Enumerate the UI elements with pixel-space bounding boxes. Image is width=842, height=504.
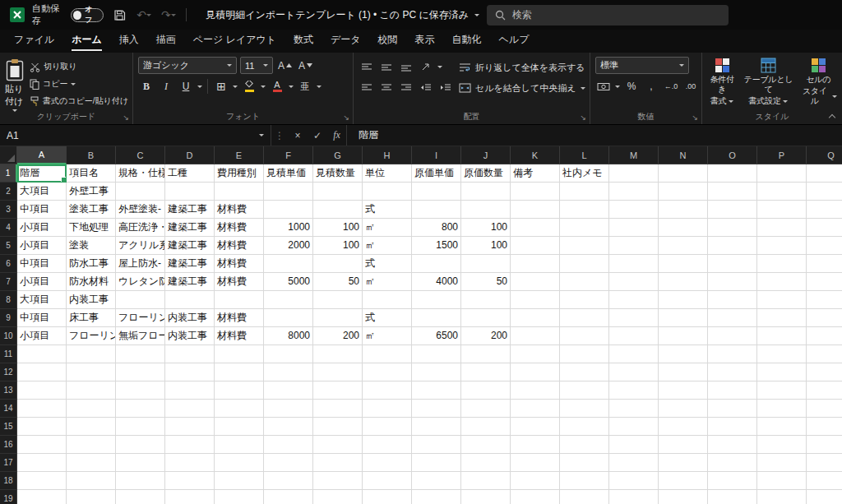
cell-Q14[interactable]: [807, 400, 842, 418]
cell-C13[interactable]: [116, 381, 165, 400]
tab-file[interactable]: ファイル: [6, 30, 62, 53]
cell-M9[interactable]: [609, 309, 659, 327]
cell-D16[interactable]: [165, 436, 215, 454]
cell-J4[interactable]: 100: [461, 219, 511, 237]
tab-ヘルプ[interactable]: ヘルプ: [491, 30, 538, 53]
cell-B15[interactable]: [67, 418, 116, 436]
orientation-button[interactable]: [418, 58, 434, 75]
cell-G2[interactable]: [313, 183, 363, 201]
row-header-6[interactable]: 6: [0, 255, 17, 273]
cell-B9[interactable]: 床工事: [67, 309, 116, 327]
underline-chevron-icon[interactable]: [197, 86, 202, 88]
cell-N2[interactable]: [659, 183, 708, 201]
cell-N14[interactable]: [659, 400, 708, 418]
row-header-16[interactable]: 16: [0, 436, 17, 454]
cell-A5[interactable]: 小項目: [17, 237, 67, 255]
cell-L17[interactable]: [560, 454, 609, 472]
cell-C1[interactable]: 規格・仕様: [116, 164, 165, 183]
cell-F17[interactable]: [264, 454, 313, 472]
column-header-F[interactable]: F: [264, 146, 313, 164]
cell-B19[interactable]: [67, 490, 116, 504]
column-header-N[interactable]: N: [659, 146, 708, 164]
cell-E13[interactable]: [215, 381, 264, 400]
cell-I12[interactable]: [412, 363, 461, 381]
cell-E2[interactable]: [215, 183, 264, 201]
font-dialog-launcher-icon[interactable]: ↘: [343, 113, 349, 122]
cell-I6[interactable]: [412, 255, 461, 273]
cell-I19[interactable]: [412, 490, 461, 504]
cell-N18[interactable]: [659, 472, 708, 490]
cell-O11[interactable]: [708, 345, 757, 363]
cell-D2[interactable]: [165, 183, 215, 201]
cell-I11[interactable]: [412, 345, 461, 363]
comma-style-button[interactable]: ,: [643, 78, 659, 95]
cell-J18[interactable]: [461, 472, 511, 490]
cell-A12[interactable]: [17, 363, 67, 381]
cell-K17[interactable]: [511, 454, 560, 472]
cell-Q8[interactable]: [807, 291, 842, 309]
cell-E17[interactable]: [215, 454, 264, 472]
cell-O10[interactable]: [708, 327, 757, 345]
cell-J14[interactable]: [461, 400, 511, 418]
cell-M11[interactable]: [609, 345, 659, 363]
row-header-3[interactable]: 3: [0, 201, 17, 219]
alignment-dialog-launcher-icon[interactable]: ↘: [580, 113, 586, 122]
redo-button[interactable]: ↷: [160, 5, 177, 25]
increase-indent-icon[interactable]: [437, 79, 454, 95]
cell-H4[interactable]: ㎡: [363, 219, 412, 237]
cell-A1[interactable]: 階層: [17, 164, 67, 183]
cell-F11[interactable]: [264, 345, 313, 363]
cell-O7[interactable]: [708, 273, 757, 291]
cell-C16[interactable]: [116, 436, 165, 454]
cell-J10[interactable]: 200: [461, 327, 511, 345]
cell-M2[interactable]: [609, 183, 659, 201]
column-header-P[interactable]: P: [757, 146, 807, 164]
cell-G19[interactable]: [313, 490, 363, 504]
column-header-K[interactable]: K: [511, 146, 560, 164]
row-header-19[interactable]: 19: [0, 490, 17, 504]
cancel-entry-button[interactable]: ×: [288, 125, 308, 146]
cell-I3[interactable]: [412, 201, 461, 219]
row-header-12[interactable]: 12: [0, 363, 17, 381]
cell-H1[interactable]: 単位: [363, 164, 412, 183]
cell-E6[interactable]: 材料費: [215, 255, 264, 273]
cell-B6[interactable]: 防水工事: [67, 255, 116, 273]
decrease-indent-icon[interactable]: [418, 79, 434, 95]
cell-C10[interactable]: 無垢フロー: [116, 327, 165, 345]
cell-B8[interactable]: 内装工事: [67, 291, 116, 309]
column-header-I[interactable]: I: [412, 146, 461, 164]
cell-A8[interactable]: 大項目: [17, 291, 67, 309]
cell-J3[interactable]: [461, 201, 511, 219]
cell-N1[interactable]: [659, 164, 708, 183]
cell-Q2[interactable]: [807, 183, 842, 201]
cell-A16[interactable]: [17, 436, 67, 454]
cell-M8[interactable]: [609, 291, 659, 309]
cell-F16[interactable]: [264, 436, 313, 454]
cell-P13[interactable]: [757, 381, 807, 400]
cell-N3[interactable]: [659, 201, 708, 219]
cell-B7[interactable]: 防水材料: [67, 273, 116, 291]
cell-D10[interactable]: 内装工事: [165, 327, 215, 345]
cell-C3[interactable]: 外壁塗装-: [116, 201, 165, 219]
cell-G6[interactable]: [313, 255, 363, 273]
number-format-select[interactable]: 標準: [595, 57, 689, 74]
phonetic-guide-button[interactable]: 亜: [297, 78, 313, 95]
align-right-icon[interactable]: [398, 79, 414, 95]
cell-O19[interactable]: [708, 490, 757, 504]
cell-I13[interactable]: [412, 381, 461, 400]
cell-C9[interactable]: フローリン: [116, 309, 165, 327]
row-header-9[interactable]: 9: [0, 309, 17, 327]
format-painter-button[interactable]: 書式のコピー/貼り付け: [30, 94, 128, 109]
column-header-A[interactable]: A: [17, 146, 67, 164]
cell-C8[interactable]: [116, 291, 165, 309]
row-header-14[interactable]: 14: [0, 400, 17, 418]
cell-H9[interactable]: 式: [363, 309, 412, 327]
cell-G17[interactable]: [313, 454, 363, 472]
cell-A4[interactable]: 小項目: [17, 219, 67, 237]
cell-L7[interactable]: [560, 273, 609, 291]
row-header-17[interactable]: 17: [0, 454, 17, 472]
cell-H18[interactable]: [363, 472, 412, 490]
cell-J11[interactable]: [461, 345, 511, 363]
bold-button[interactable]: B: [138, 78, 155, 95]
cell-H10[interactable]: ㎡: [363, 327, 412, 345]
